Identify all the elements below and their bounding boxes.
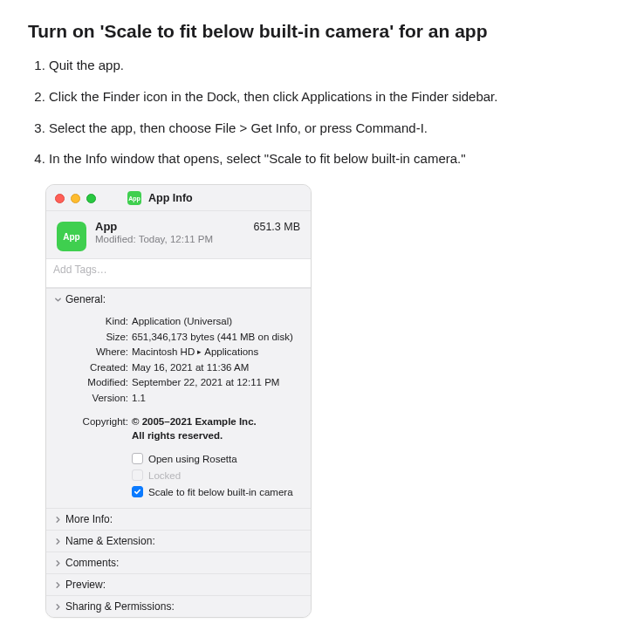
checkbox-label: Open using Rosetta [148,454,237,464]
titlebar: App App Info [46,185,311,211]
section-label: Name & Extension: [65,535,155,547]
section-comments-header[interactable]: Comments: [46,552,311,573]
title-app-icon: App [127,191,141,205]
section-preview-header[interactable]: Preview: [46,573,311,595]
header-modified: Modified: Today, 12:11 PM [95,234,300,244]
kv-label: Copyright: [55,415,132,429]
kv-value: © 2005–2021 Example Inc. All rights rese… [132,415,302,442]
app-icon: App [57,222,86,251]
checkbox-label: Scale to fit below built-in camera [148,487,293,497]
tags-field[interactable] [46,258,311,288]
where-part: Applications [204,346,258,357]
kv-copyright: Copyright: © 2005–2021 Example Inc. All … [55,415,302,442]
checkbox-icon[interactable] [132,453,143,464]
checkbox-label: Locked [148,470,181,481]
where-part: Macintosh HD [132,346,195,357]
zoom-icon[interactable] [86,194,96,203]
kv-value: September 22, 2021 at 12:11 PM [132,376,302,390]
page-title: Turn on 'Scale to fit below built-in cam… [28,21,616,42]
kv-value: 651,346,173 bytes (441 MB on disk) [132,331,302,345]
checkbox-list: Open using Rosetta Locked Scale to fit b… [55,453,302,497]
section-label: Preview: [65,579,106,591]
section-label: Comments: [65,557,119,569]
kv-modified: Modified: September 22, 2021 at 12:11 PM [55,376,302,390]
app-name: App [95,220,117,233]
step-item: Quit the app. [49,56,616,75]
chevron-right-icon [53,558,62,567]
kv-label: Version: [55,392,132,406]
chevron-right-icon [53,602,62,611]
app-size: 651.3 MB [253,221,300,233]
chevron-down-icon [53,295,62,304]
header-modified-label: Modified: [95,234,136,244]
chevron-right-icon [53,537,62,545]
minimize-icon[interactable] [71,194,80,203]
chevron-right-icon [53,515,62,524]
header-modified-value: Today, 12:11 PM [139,234,213,244]
kv-value: Application (Universal) [132,315,302,329]
kv-created: Created: May 16, 2021 at 11:36 AM [55,361,302,375]
section-label: Sharing & Permissions: [65,600,175,613]
kv-version: Version: 1.1 [55,392,302,406]
get-info-window: App App Info App App 651.3 MB Modified: … [45,184,312,618]
checkbox-icon[interactable] [132,486,143,497]
section-label: More Info: [65,513,113,525]
steps-list: Quit the app. Click the Finder icon in t… [28,56,616,168]
checkbox-icon [132,469,143,481]
kv-label: Kind: [55,315,132,329]
section-general-body: Kind: Application (Universal) Size: 651,… [46,310,311,508]
checkbox-row-locked: Locked [132,469,302,481]
step-item: Click the Finder icon in the Dock, then … [49,87,616,106]
kv-label: Size: [55,331,132,345]
checkbox-row-rosetta[interactable]: Open using Rosetta [132,453,302,464]
step-item: In the Info window that opens, select "S… [49,149,616,168]
copyright-line: All rights reserved. [132,430,223,441]
path-separator-icon: ▸ [197,347,202,356]
checkbox-row-scale[interactable]: Scale to fit below built-in camera [132,486,302,497]
chevron-right-icon [53,580,62,589]
kv-value: Macintosh HD▸Applications [132,346,302,360]
traffic-lights [55,194,96,203]
step-item: Select the app, then choose File > Get I… [49,119,616,138]
close-icon[interactable] [55,194,65,203]
kv-label: Where: [55,346,132,360]
section-more-info-header[interactable]: More Info: [46,508,311,530]
info-header: App App 651.3 MB Modified: Today, 12:11 … [46,211,311,258]
section-general-label: General: [65,293,106,305]
kv-where: Where: Macintosh HD▸Applications [55,346,302,360]
kv-kind: Kind: Application (Universal) [55,315,302,329]
kv-size: Size: 651,346,173 bytes (441 MB on disk) [55,331,302,345]
kv-label: Created: [55,361,132,375]
copyright-line: © 2005–2021 Example Inc. [132,416,257,427]
kv-value: 1.1 [132,392,302,406]
window-title: App Info [148,192,193,204]
section-name-ext-header[interactable]: Name & Extension: [46,530,311,552]
section-sharing-header[interactable]: Sharing & Permissions: [46,595,311,617]
kv-label: Modified: [55,376,132,390]
kv-value: May 16, 2021 at 11:36 AM [132,361,302,375]
section-general-header[interactable]: General: [46,288,311,310]
tags-input[interactable] [51,263,305,277]
